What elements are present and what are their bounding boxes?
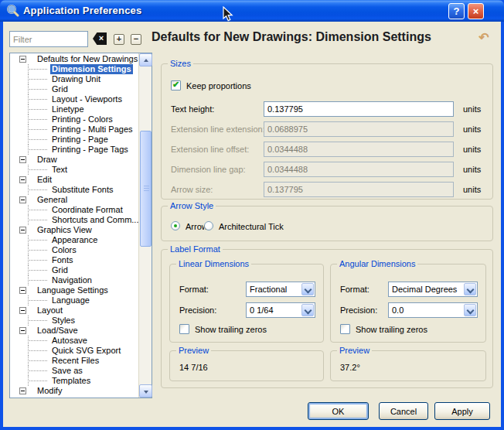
tree-item[interactable]: Drawing Unit	[10, 74, 138, 84]
tree-item[interactable]: Printing - Page	[10, 135, 138, 145]
linear-preview-group: Preview 14 7/16	[169, 350, 324, 381]
titlebar[interactable]: Application Preferences ? ×	[0, 0, 504, 22]
scrollbar-thumb[interactable]	[140, 131, 152, 247]
arrow-radio[interactable]	[171, 221, 180, 230]
size-field-row: Extension line extension:units	[162, 121, 492, 137]
tree-item[interactable]: Grid	[10, 84, 138, 94]
tree-item-label: Language	[50, 295, 91, 305]
tree-item-label: Substitute Fonts	[50, 185, 115, 195]
apply-button[interactable]: Apply	[434, 402, 490, 420]
tree-item-label: Printing - Colors	[50, 114, 114, 125]
tree-item[interactable]: Layout - Viewports	[10, 94, 138, 104]
field-input	[264, 182, 454, 197]
tree-item[interactable]: Templates	[10, 376, 138, 386]
tree-item-label: Language Settings	[36, 285, 110, 295]
tree-item[interactable]: Navigation	[10, 275, 138, 285]
linear-trailing-zeros-checkbox[interactable]	[179, 324, 189, 334]
collapse-toggle-icon[interactable]	[19, 227, 26, 234]
tree-item[interactable]: Shortcuts and Comm...	[10, 215, 138, 225]
tree-item[interactable]: Linetype	[10, 104, 138, 114]
linear-precision-combobox[interactable]: 0 1/64	[246, 302, 315, 318]
tree-item-label: Appearance	[50, 235, 99, 245]
tree-item[interactable]: Language	[10, 295, 138, 305]
tree-item[interactable]: Printing - Page Tags	[10, 145, 138, 155]
tree-item[interactable]: Autosave	[10, 336, 138, 346]
app-magnifier-icon	[6, 4, 19, 17]
tree-item-label: Coordinate Format	[50, 205, 124, 215]
keep-proportions-checkbox[interactable]	[171, 80, 181, 90]
tree-item-label: Linetype	[50, 104, 86, 114]
tree-item[interactable]: Draw	[10, 155, 138, 165]
tree-item[interactable]: Defaults for New Drawings	[10, 54, 138, 64]
angular-trailing-zeros-checkbox[interactable]	[340, 324, 350, 334]
linear-dimensions-group: Linear Dimensions Format: Fractional Pre…	[169, 264, 324, 343]
ok-button[interactable]: OK	[308, 402, 369, 420]
tree-item[interactable]: Printing - Colors	[10, 114, 138, 125]
tree-item[interactable]: Language Settings	[10, 285, 138, 295]
tree-item[interactable]: Recent Files	[10, 356, 138, 366]
architectural-tick-radio[interactable]	[204, 221, 213, 230]
collapse-toggle-icon[interactable]	[19, 327, 26, 334]
collapse-toggle-icon[interactable]	[19, 307, 26, 314]
collapse-toggle-icon[interactable]	[19, 287, 26, 294]
chevron-down-icon[interactable]	[301, 304, 314, 316]
tree-item[interactable]: Graphics View	[10, 225, 138, 235]
tree-item[interactable]: Grid	[10, 265, 138, 275]
tree-item[interactable]: Styles	[10, 316, 138, 326]
tree-item[interactable]: Layout	[10, 305, 138, 316]
tree-item[interactable]: Printing - Multi Pages	[10, 125, 138, 135]
linear-precision-label: Precision:	[179, 305, 216, 315]
cancel-button[interactable]: Cancel	[379, 402, 428, 420]
linear-format-label: Format:	[179, 285, 209, 294]
scroll-down-icon[interactable]	[139, 384, 152, 398]
tree-item-label: Styles	[50, 316, 77, 326]
angular-preview-value: 37.2°	[340, 363, 360, 372]
chevron-down-icon[interactable]	[301, 283, 314, 295]
collapse-toggle-icon[interactable]	[19, 196, 26, 203]
tree-item[interactable]: Substitute Fonts	[10, 185, 138, 195]
units-label: units	[463, 165, 481, 174]
tree-item[interactable]: General	[10, 195, 138, 205]
tree-item-label: Navigation	[50, 275, 94, 285]
angular-format-combobox[interactable]: Decimal Degrees	[388, 282, 478, 297]
reset-undo-icon[interactable]: ↶	[477, 31, 491, 45]
tree-item[interactable]: Dimension Settings	[10, 64, 138, 74]
tree-scrollbar[interactable]	[138, 53, 152, 398]
tree-item[interactable]: Text	[10, 165, 138, 175]
angular-precision-combobox[interactable]: 0.0	[388, 302, 478, 318]
scroll-up-icon[interactable]	[139, 53, 152, 67]
chevron-down-icon[interactable]	[464, 304, 476, 316]
field-label: Text height:	[171, 104, 214, 114]
collapse-toggle-icon[interactable]	[19, 176, 26, 183]
collapse-toggle-icon[interactable]	[19, 156, 26, 163]
tree-item[interactable]: Colors	[10, 245, 138, 255]
tree-item[interactable]: Edit	[10, 175, 138, 185]
tree-item-label: Recent Files	[50, 356, 100, 366]
tree-item[interactable]: Load/Save	[10, 326, 138, 336]
collapse-toggle-icon[interactable]	[19, 387, 26, 394]
linear-format-combobox[interactable]: Fractional	[246, 282, 315, 297]
collapse-all-icon[interactable]: −	[131, 34, 141, 45]
expand-all-icon[interactable]: +	[114, 34, 124, 45]
collapse-toggle-icon[interactable]	[19, 56, 26, 63]
tree-item-label: Layout	[36, 305, 64, 316]
close-button[interactable]: ×	[468, 3, 484, 19]
tree-item[interactable]: Save as	[10, 366, 138, 376]
help-button[interactable]: ?	[448, 3, 465, 19]
tree-item-label: Layout - Viewports	[50, 94, 124, 104]
field-input[interactable]	[264, 101, 454, 117]
tree-item[interactable]: Fonts	[10, 255, 138, 265]
tree-item[interactable]: Appearance	[10, 235, 138, 245]
angular-dimensions-caption: Angular Dimensions	[337, 259, 417, 269]
settings-tree: Defaults for New DrawingsDimension Setti…	[9, 53, 152, 398]
tree-item[interactable]: Modify	[10, 386, 138, 396]
tree-item-label: Graphics View	[36, 225, 94, 235]
chevron-down-icon[interactable]	[464, 283, 476, 295]
filter-input[interactable]	[9, 31, 88, 47]
tree-item[interactable]: Coordinate Format	[10, 205, 138, 215]
tree-item-label: Load/Save	[36, 326, 80, 336]
size-field-row: Arrow size:units	[162, 182, 492, 197]
tree-item[interactable]: Quick SVG Export	[10, 346, 138, 356]
linear-trailing-zeros-label: Show trailing zeros	[195, 325, 267, 334]
linear-dimensions-caption: Linear Dimensions	[176, 259, 251, 269]
